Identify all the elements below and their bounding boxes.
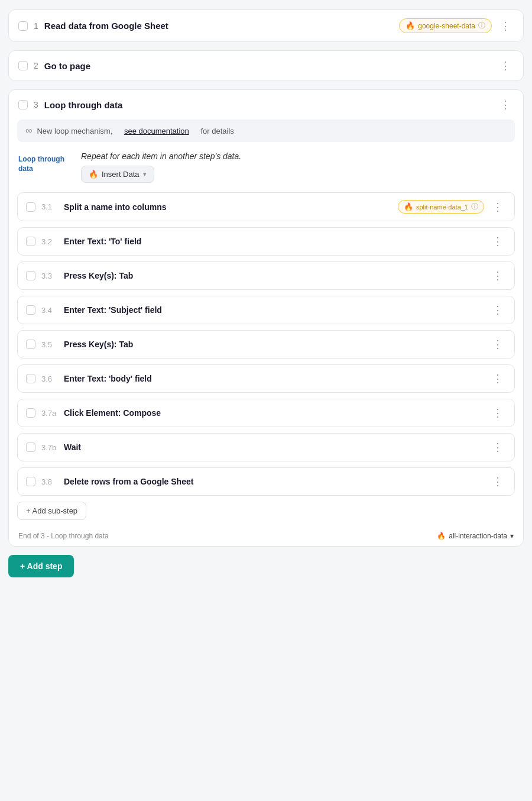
step-header-1: 1 Read data from Google Sheet 🔥 google-s… (9, 10, 523, 41)
step-1-title: Read data from Google Sheet (44, 21, 393, 31)
sub-step-header-3-7b: 3.7b Wait ⋮ (18, 434, 514, 461)
sub-step-3-4-number: 3.4 (41, 306, 58, 315)
add-sub-step-button[interactable]: + Add sub-step (17, 502, 86, 520)
loop-notice-suffix: for details (200, 127, 233, 135)
sub-step-header-3-2: 3.2 Enter Text: 'To' field ⋮ (18, 228, 514, 255)
sub-step-3-3-number: 3.3 (41, 272, 58, 280)
loop-footer-text: End of 3 - Loop through data (18, 532, 109, 540)
sub-step-3-5-more[interactable]: ⋮ (490, 338, 506, 351)
sub-step-3-8-checkbox[interactable] (26, 477, 35, 486)
info-icon-3-1[interactable]: ⓘ (471, 202, 478, 212)
sub-step-3-1-checkbox[interactable] (26, 202, 35, 212)
sub-step-header-3-7a: 3.7a Click Element: Compose ⋮ (18, 399, 514, 427)
sub-step-3-6: 3.6 Enter Text: 'body' field ⋮ (17, 364, 515, 393)
sub-step-3-1-title: Split a name into columns (64, 202, 392, 212)
sub-step-3-5-number: 3.5 (41, 340, 58, 349)
insert-data-label: Insert Data (102, 170, 140, 179)
sub-step-3-7a-checkbox[interactable] (26, 408, 35, 418)
flame-icon-1: 🔥 (406, 21, 415, 30)
sub-step-3-6-checkbox[interactable] (26, 374, 35, 383)
flame-icon-footer: 🔥 (437, 532, 446, 540)
sub-step-3-2-number: 3.2 (41, 237, 58, 246)
sub-step-3-7a-title: Click Element: Compose (64, 408, 484, 418)
sub-step-3-8-number: 3.8 (41, 477, 58, 486)
loop-number: 3 (34, 100, 38, 109)
insert-data-button[interactable]: 🔥 Insert Data ▾ (81, 166, 154, 183)
loop-notice: ∞ New loop mechanism, see documentation … (17, 119, 515, 142)
sub-step-header-3-4: 3.4 Enter Text: 'Subject' field ⋮ (18, 296, 514, 324)
step-2-more[interactable]: ⋮ (498, 59, 514, 72)
sub-step-3-4-title: Enter Text: 'Subject' field (64, 305, 484, 315)
loop-card: 3 Loop through data ⋮ ∞ New loop mechani… (8, 89, 524, 547)
step-1-number: 1 (34, 21, 38, 31)
sub-step-3-7b-title: Wait (64, 443, 484, 452)
flame-icon-insert: 🔥 (89, 170, 98, 179)
sub-step-3-7b-more[interactable]: ⋮ (490, 441, 506, 454)
sub-step-header-3-1: 3.1 Split a name into columns 🔥 split-na… (18, 193, 514, 221)
all-interaction-label: all-interaction-data (449, 532, 507, 540)
sub-step-3-7b-number: 3.7b (41, 443, 58, 452)
loop-header: 3 Loop through data ⋮ (9, 90, 523, 119)
step-2-title: Go to page (44, 61, 492, 71)
sub-step-3-7a-number: 3.7a (41, 409, 58, 418)
loop-notice-link[interactable]: see documentation (124, 127, 189, 135)
sub-step-3-1-badge-label: split-name-data_1 (416, 204, 468, 211)
sub-step-3-7b-checkbox[interactable] (26, 443, 35, 452)
loop-desc-text: Repeat for each item in another step's d… (81, 151, 241, 161)
step-1-checkbox[interactable] (18, 21, 28, 31)
sub-step-3-8-title: Delete rows from a Google Sheet (64, 477, 484, 486)
flame-icon-3-1: 🔥 (404, 202, 413, 211)
loop-more[interactable]: ⋮ (498, 98, 514, 111)
sub-step-3-2-title: Enter Text: 'To' field (64, 237, 484, 246)
sub-step-3-3: 3.3 Press Key(s): Tab ⋮ (17, 261, 515, 290)
step-1-more[interactable]: ⋮ (498, 20, 514, 33)
sub-step-header-3-3: 3.3 Press Key(s): Tab ⋮ (18, 262, 514, 289)
loop-notice-text: New loop mechanism, (37, 127, 112, 135)
info-icon-1[interactable]: ⓘ (478, 21, 485, 31)
sub-step-3-4-checkbox[interactable] (26, 305, 35, 315)
chevron-down-icon: ▾ (143, 170, 147, 178)
sub-step-3-1: 3.1 Split a name into columns 🔥 split-na… (17, 192, 515, 221)
loop-title: Loop through data (44, 100, 492, 110)
loop-label: Loop through data (18, 151, 72, 173)
sub-step-3-3-checkbox[interactable] (26, 271, 35, 280)
sub-step-header-3-6: 3.6 Enter Text: 'body' field ⋮ (18, 365, 514, 392)
sub-step-3-2-more[interactable]: ⋮ (490, 235, 506, 248)
sub-step-3-6-more[interactable]: ⋮ (490, 372, 506, 385)
step-1-badge[interactable]: 🔥 google-sheet-data ⓘ (399, 18, 492, 33)
sub-step-header-3-5: 3.5 Press Key(s): Tab ⋮ (18, 331, 514, 358)
sub-step-3-3-title: Press Key(s): Tab (64, 271, 484, 280)
sub-step-3-8: 3.8 Delete rows from a Google Sheet ⋮ (17, 467, 515, 496)
sub-step-3-2-checkbox[interactable] (26, 237, 35, 246)
loop-config: Loop through data Repeat for each item i… (9, 149, 523, 192)
loop-checkbox[interactable] (18, 100, 28, 109)
chevron-down-icon-footer: ▾ (510, 532, 514, 540)
sub-step-3-1-badge[interactable]: 🔥 split-name-data_1 ⓘ (398, 200, 484, 214)
sub-step-3-7b: 3.7b Wait ⋮ (17, 433, 515, 461)
step-card-2: 2 Go to page ⋮ (8, 50, 524, 81)
add-step-button[interactable]: + Add step (8, 555, 74, 577)
step-header-2: 2 Go to page ⋮ (9, 51, 523, 80)
sub-step-3-5: 3.5 Press Key(s): Tab ⋮ (17, 330, 515, 358)
sub-step-3-7a-more[interactable]: ⋮ (490, 406, 506, 419)
sub-step-3-5-title: Press Key(s): Tab (64, 340, 484, 349)
sub-step-3-8-more[interactable]: ⋮ (490, 475, 506, 488)
sub-step-3-4-more[interactable]: ⋮ (490, 303, 506, 316)
sub-step-3-7a: 3.7a Click Element: Compose ⋮ (17, 399, 515, 427)
sub-step-3-6-title: Enter Text: 'body' field (64, 374, 484, 383)
sub-step-3-1-number: 3.1 (41, 202, 58, 211)
loop-footer: End of 3 - Loop through data 🔥 all-inter… (9, 526, 523, 546)
loop-desc: Repeat for each item in another step's d… (81, 151, 241, 183)
sub-step-3-5-checkbox[interactable] (26, 340, 35, 349)
sub-step-3-3-more[interactable]: ⋮ (490, 269, 506, 282)
step-2-checkbox[interactable] (18, 61, 28, 70)
sub-step-3-6-number: 3.6 (41, 374, 58, 383)
step-card-1: 1 Read data from Google Sheet 🔥 google-s… (8, 9, 524, 42)
step-2-number: 2 (34, 61, 38, 70)
infinity-icon: ∞ (25, 125, 32, 136)
step-1-badge-label: google-sheet-data (418, 22, 475, 30)
sub-step-header-3-8: 3.8 Delete rows from a Google Sheet ⋮ (18, 468, 514, 495)
sub-step-3-1-more[interactable]: ⋮ (490, 201, 506, 214)
all-interaction-button[interactable]: 🔥 all-interaction-data ▾ (437, 532, 514, 540)
sub-step-3-4: 3.4 Enter Text: 'Subject' field ⋮ (17, 296, 515, 324)
